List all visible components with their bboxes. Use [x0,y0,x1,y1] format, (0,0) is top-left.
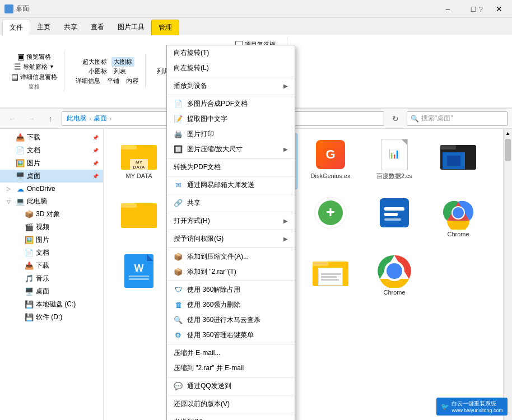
cm-sep13 [167,413,295,413]
sidebar-item-desktop[interactable]: 🖥️ 桌面 📌 [0,170,103,183]
cm-open-with[interactable]: 打开方式(H) ▶ [167,213,295,228]
scrollbar[interactable]: ▲ ▼ [503,129,512,420]
file-item-wps-writer[interactable]: W [108,250,170,306]
search-box[interactable]: 🔍 搜索"桌面" [407,111,508,126]
file-item-folder-dark1[interactable] [427,133,489,189]
cm-360-context[interactable]: ⚙ 使用 360管理右键菜单 [167,328,295,343]
cm-extract-label: 提取图中文字 [187,114,288,124]
tab-share[interactable]: 共享 [57,19,84,35]
cm-cast[interactable]: 播放到设备 ▶ [167,78,295,94]
cm-resize[interactable]: 🔲 图片压缩/放大尺寸 ▶ [167,142,295,157]
sidebar-item-drive-d[interactable]: 💾 软件 (D:) [9,311,103,324]
btn-preview-pane[interactable]: ▣ 预览窗格 [15,52,53,62]
cm-360-force-delete-label: 使用 360强力删除 [187,300,288,310]
cm-grant-access[interactable]: 授予访问权限(G) ▶ [167,231,295,246]
path-desktop[interactable]: 桌面 [94,114,107,123]
sidebar: 📥 下载 📌 📄 文档 📌 🖼️ 图片 📌 🖥️ 桌面 📌 ▷ ☁ OneDri… [0,129,104,420]
btn-content[interactable]: 内容 [124,76,141,86]
cm-360-unlock[interactable]: 🛡 使用 360解除占用 [167,282,295,297]
cm-compress-email[interactable]: 压缩并 E-mail... [167,346,295,361]
cm-pdf-merge[interactable]: 📄 多图片合成PDF文档 [167,96,295,111]
close-button[interactable]: ✕ [486,0,512,18]
cm-email-send[interactable]: ✉ 通过网易邮箱大师发送 [167,178,295,193]
up-button[interactable]: ↑ [43,111,58,127]
path-computer[interactable]: 此电脑 [67,114,87,123]
cm-grant-access-label: 授予访问权限(G) [174,234,279,244]
detail-pane-icon: ▤ [11,72,18,81]
cm-restore-version[interactable]: 还原以前的版本(V) [167,396,295,412]
cm-360-force-delete[interactable]: 🗑 使用 360强力删除 [167,297,295,312]
file-area-wrapper: MY DATA MY DATA [104,129,512,420]
cm-rar-email-label: 压缩到 "2.rar" 并 E-mail [174,363,288,373]
tab-file[interactable]: 文件 [2,20,30,35]
btn-detail[interactable]: 详细信息 [73,76,103,86]
file-item-doc-folder[interactable] [300,250,361,306]
tab-view[interactable]: 查看 [84,19,111,35]
cm-rotate-left[interactable]: 向左旋转(L) [167,60,295,76]
minimize-button[interactable]: ‒ [435,0,460,18]
tab-home[interactable]: 主页 [30,19,57,35]
forward-button[interactable]: → [24,111,39,127]
content-label: 内容 [126,77,138,85]
baiducsv-label: 百度数据2.cs [376,172,412,180]
sidebar-item-documents[interactable]: 📄 文档 📌 [0,144,103,157]
cm-qq-send[interactable]: 💬 通过QQ发送到 [167,379,295,394]
cm-360-trojan-label: 使用 360进行木马云查杀 [187,315,288,325]
cm-add-rar[interactable]: 📦 添加到 "2.rar"(T) [167,264,295,279]
sidebar-item-onedrive[interactable]: ▷ ☁ OneDrive [0,183,103,195]
sidebar-item-dl[interactable]: 📥 下载 [9,259,103,272]
sidebar-item-drive-c[interactable]: 💾 本地磁盘 (C:) [9,298,103,311]
cm-sep6 [167,212,295,212]
scroll-up-btn[interactable]: ▲ [504,129,512,138]
file-item-folder-right2[interactable] [108,192,170,248]
cm-share[interactable]: 🔗 共享 [167,195,295,211]
cm-sep11 [167,377,295,377]
refresh-button[interactable]: ↻ [388,111,403,127]
cm-sep5 [167,194,295,194]
cm-open-with-label: 打开方式(H) [174,216,279,226]
btn-large[interactable]: 大图标 [111,57,134,67]
desk2-icon: 🖥️ [25,287,34,296]
cm-print[interactable]: 🖨️ 图片打印 [167,127,295,142]
file-item-360plus[interactable]: + [300,192,361,248]
btn-small[interactable]: 小图标 [86,67,109,76]
back-button[interactable]: ← [4,111,20,127]
tab-manage[interactable]: 管理 [151,20,179,35]
btn-nav-pane[interactable]: ☰ 导航窗格 ▼ [12,62,57,72]
cm-to-pdf[interactable]: 转换为PDF文档 [167,160,295,175]
window-title: 桌面 [16,4,29,13]
sidebar-item-music[interactable]: 🎵 音乐 [9,272,103,285]
btn-tile[interactable]: 平铺 [105,76,122,86]
sidebar-item-3dobjects[interactable]: 📦 3D 对象 [9,208,103,221]
file-item-baiducsv[interactable]: 📊 百度数据2.cs [364,133,425,189]
wps-line1 [129,276,149,277]
sidebar-item-thispc[interactable]: ▽ 💻 此电脑 [0,195,103,208]
file-item-chrome2[interactable]: Chrome [364,250,425,306]
maximize-button[interactable]: □ [460,0,486,18]
cm-add-zip-label: 添加到压缩文件(A)... [187,252,288,262]
cm-add-zip[interactable]: 📦 添加到压缩文件(A)... [167,249,295,264]
pin-icon: 📌 [92,161,99,166]
sidebar-item-docs2[interactable]: 📄 文档 [9,246,103,259]
sidebar-item-pictures[interactable]: 🖼️ 图片 📌 [0,157,103,170]
tab-picture-tools[interactable]: 图片工具 [111,19,151,35]
cm-rotate-right[interactable]: 向右旋转(T) [167,45,295,60]
cm-sep3 [167,158,295,158]
scroll-thumb[interactable] [505,139,511,161]
file-item-diskgenius[interactable]: G DiskGenius.ex [300,133,361,189]
sidebar-item-videos[interactable]: 🎬 视频 [9,221,103,234]
file-item-blueapp[interactable] [364,192,425,248]
cm-send-to[interactable]: 发送到(N) ▶ [167,414,295,420]
btn-list[interactable]: 列表 [111,67,128,76]
btn-extra-large[interactable]: 超大图标 [80,57,109,67]
cm-rar-email[interactable]: 压缩到 "2.rar" 并 E-mail [167,361,295,376]
file-item-chrome[interactable]: Chrome [427,192,489,248]
cm-360-trojan[interactable]: 🔍 使用 360进行木马云查杀 [167,312,295,328]
sidebar-item-download[interactable]: 📥 下载 📌 [0,131,103,144]
cm-extract-text[interactable]: 📝 提取图中文字 [167,111,295,127]
sidebar-item-desk2[interactable]: 🖥️ 桌面 [9,285,103,298]
btn-detail-pane[interactable]: ▤ 详细信息窗格 [9,72,59,82]
sidebar-item-pics[interactable]: 🖼️ 图片 [9,234,103,246]
cm-rar-icon: 📦 [174,268,183,277]
file-item-mydata[interactable]: MY DATA MY DATA [108,133,170,189]
